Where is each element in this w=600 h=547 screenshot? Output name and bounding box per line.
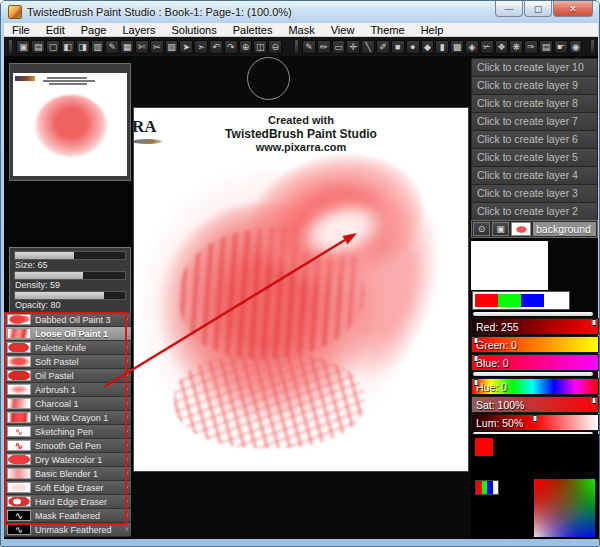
scissors-icon[interactable]: ✂ [150,40,164,54]
size-slider-fill[interactable] [15,252,74,259]
cut-icon[interactable]: ✄ [135,40,149,54]
brush-item-hot-wax-crayon-1[interactable]: Hot Wax Crayon 1› [4,411,131,425]
menu-theme[interactable]: Theme [362,23,412,37]
green-slider[interactable]: Green: 0 [471,336,599,353]
brush-item-basic-blender-1[interactable]: Basic Blender 1› [4,467,131,481]
line-icon[interactable]: ╲ [361,40,375,54]
menu-solutions[interactable]: Solutions [163,23,224,37]
menu-view[interactable]: View [323,23,363,37]
brush-item-soft-edge-eraser[interactable]: Soft Edge Eraser› [4,481,131,495]
brush-item-airbrush-1[interactable]: Airbrush 1› [4,383,131,397]
layer-slot-5[interactable]: Click to create layer 5 [471,148,598,166]
layer-slot-9[interactable]: Click to create layer 9 [471,76,598,94]
opacity-slider[interactable]: Opacity: 80 [14,291,126,310]
menu-help[interactable]: Help [413,23,452,37]
menu-page[interactable]: Page [73,23,115,37]
layer-slot-8[interactable]: Click to create layer 8 [471,94,598,112]
layer-slot-4[interactable]: Click to create layer 4 [471,166,598,184]
pattern-icon[interactable]: ❖ [495,40,509,54]
swatch-blue[interactable] [521,294,544,307]
luminance-slider-handle[interactable] [533,415,538,422]
hand-icon[interactable]: ☛ [554,40,568,54]
red-slider[interactable]: Red: 255 [471,318,599,335]
layer-slot-6[interactable]: Click to create layer 6 [471,130,598,148]
brush-item-sketching-pen[interactable]: ∿Sketching Pen› [4,425,131,439]
minimize-button[interactable]: — [495,1,523,17]
layer-slot-10[interactable]: Click to create layer 10 [471,58,598,76]
swatch-white[interactable] [544,294,567,307]
color-gradient-picker[interactable] [534,479,595,537]
toolbar-grip[interactable] [295,40,298,53]
luminance-slider[interactable]: Lum: 50% [471,414,599,431]
brush-item-oil-pastel[interactable]: Oil Pastel› [4,369,131,383]
mini-swatch-white[interactable] [493,481,499,494]
menu-palettes[interactable]: Palettes [225,23,281,37]
prev-page-icon[interactable]: ◧ [61,40,75,54]
layer-visibility-icon[interactable]: ⊙ [473,222,490,236]
new-page-icon[interactable]: ▢ [46,40,60,54]
maximize-button[interactable]: ▢ [524,1,552,17]
clipboard-icon[interactable]: ▤ [539,40,553,54]
brush-item-dry-watercolor-1[interactable]: Dry Watercolor 1› [4,453,131,467]
ellipse-icon[interactable]: ● [406,40,420,54]
brush-item-mask-feathered[interactable]: ∿Mask Feathered› [4,509,131,523]
saturation-slider-handle[interactable] [592,397,597,404]
checker-icon[interactable]: ▩ [450,40,464,54]
size-slider[interactable]: Size: 65 [14,251,126,270]
menu-edit[interactable]: Edit [38,23,73,37]
brush-item-unmask-feathered[interactable]: ∿Unmask Feathered› [4,523,131,537]
red-slider-handle[interactable] [592,319,597,326]
menu-mask[interactable]: Mask [280,23,322,37]
redo-icon[interactable]: ↷ [224,40,238,54]
pointer-alt-icon[interactable]: ➣ [194,40,208,54]
layer-slot-3[interactable]: Click to create layer 3 [471,184,598,202]
brush-icon[interactable]: ✎ [302,40,316,54]
paint-canvas[interactable]: Created with TwistedBrush Paint Studio w… [134,108,468,471]
pointer-icon[interactable]: ➤ [179,40,193,54]
book-icon[interactable]: ▤ [31,40,45,54]
last-page-icon[interactable]: ▥ [91,40,105,54]
close-button[interactable]: ✕ [553,1,593,17]
brush-item-hard-edge-eraser[interactable]: Hard Edge Eraser› [4,495,131,509]
layer-slot-7[interactable]: Click to create layer 7 [471,112,598,130]
rect-select-icon[interactable]: ▭ [332,40,346,54]
zoom-in-icon[interactable]: ⊕ [239,40,253,54]
fill-rect-icon[interactable]: ■ [391,40,405,54]
canvas-thumbnail[interactable] [13,73,127,176]
current-color-swatch[interactable] [475,438,493,456]
swatch-green[interactable] [498,294,521,307]
texture-icon[interactable]: ◈ [465,40,479,54]
toolbar-grip[interactable] [591,40,594,53]
density-slider[interactable]: Density: 59 [14,271,126,290]
blue-slider[interactable]: Blue: 0 [471,354,599,371]
zoom-actual-icon[interactable]: ◫ [253,40,267,54]
brush-item-dabbed-oil-paint-3[interactable]: Dabbed Oil Paint 3› [4,313,131,327]
stamp-icon[interactable]: ▦ [120,40,134,54]
next-page-icon[interactable]: ◨ [76,40,90,54]
swirl-icon[interactable]: ◉ [569,40,583,54]
cut-mask-icon[interactable]: ✃ [480,40,494,54]
hue-slider[interactable]: Hue: 0 [471,378,599,395]
green-slider-handle[interactable] [473,337,478,344]
hue-slider-handle[interactable] [473,379,478,386]
zoom-out-icon[interactable]: ⊖ [268,40,282,54]
brush-item-smooth-gel-pen[interactable]: ∿Smooth Gel Pen› [4,439,131,453]
menu-file[interactable]: File [4,23,38,37]
opacity-slider-fill[interactable] [15,292,104,299]
swatch-red[interactable] [475,294,498,307]
paste-icon[interactable]: ▨ [165,40,179,54]
panel-divider-handle[interactable] [473,312,593,316]
mini-swatch-strip[interactable] [475,480,499,495]
brush-item-palette-knife[interactable]: Palette Knife› [4,341,131,355]
pencil-icon[interactable]: ✏ [317,40,331,54]
brush-item-loose-oil-paint-1[interactable]: Loose Oil Paint 1› [4,327,131,341]
blue-slider-handle[interactable] [473,355,478,362]
background-layer-row[interactable]: ⊙ ▣ background [471,220,598,238]
title-bar[interactable]: TwistedBrush Paint Studio : Book-1: Page… [1,1,599,23]
layer-save-icon[interactable]: ▣ [492,222,509,236]
undo-icon[interactable]: ↶ [209,40,223,54]
lasso-icon[interactable]: ✐ [376,40,390,54]
menu-layers[interactable]: Layers [114,23,163,37]
panel-divider-handle[interactable] [473,372,593,376]
gradient-icon[interactable]: ▮ [435,40,449,54]
